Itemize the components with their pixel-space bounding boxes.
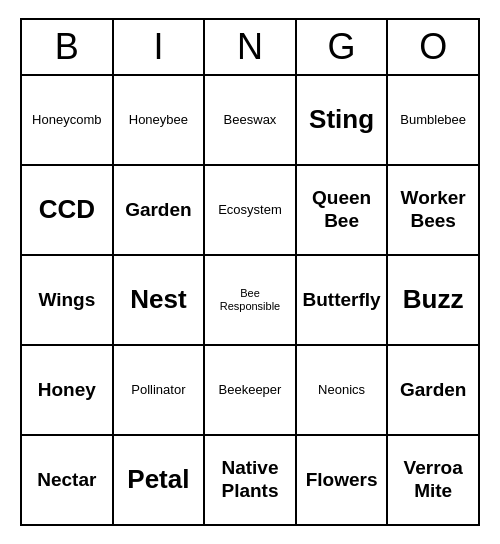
- cell-label: Nectar: [37, 469, 96, 492]
- bingo-row: HoneycombHoneybeeBeeswaxStingBumblebee: [22, 76, 478, 166]
- cell-label: Garden: [125, 199, 192, 222]
- bingo-header-letter: I: [114, 20, 206, 74]
- bingo-cell: Pollinator: [114, 346, 206, 434]
- cell-label: Neonics: [318, 382, 365, 398]
- cell-label: Buzz: [403, 284, 464, 315]
- cell-label: Garden: [400, 379, 467, 402]
- bingo-cell: Ecosystem: [205, 166, 297, 254]
- cell-label: Wings: [38, 289, 95, 312]
- cell-label: Sting: [309, 104, 374, 135]
- cell-label: Pollinator: [131, 382, 185, 398]
- bingo-cell: Bumblebee: [388, 76, 478, 164]
- bingo-header-letter: N: [205, 20, 297, 74]
- cell-label: Worker Bees: [392, 187, 474, 233]
- bingo-cell: Sting: [297, 76, 389, 164]
- bingo-cell: Wings: [22, 256, 114, 344]
- bingo-cell: Honeybee: [114, 76, 206, 164]
- bingo-cell: Nest: [114, 256, 206, 344]
- bingo-header: BINGO: [22, 20, 478, 76]
- cell-label: Ecosystem: [218, 202, 282, 218]
- cell-label: Flowers: [306, 469, 378, 492]
- cell-label: Butterfly: [303, 289, 381, 312]
- bingo-row: CCDGardenEcosystemQueen BeeWorker Bees: [22, 166, 478, 256]
- cell-label: Queen Bee: [301, 187, 383, 233]
- bingo-header-letter: O: [388, 20, 478, 74]
- cell-label: Honeybee: [129, 112, 188, 128]
- bingo-card: BINGO HoneycombHoneybeeBeeswaxStingBumbl…: [20, 18, 480, 526]
- bingo-cell: Worker Bees: [388, 166, 478, 254]
- bingo-row: NectarPetalNative PlantsFlowersVerroa Mi…: [22, 436, 478, 524]
- bingo-cell: Neonics: [297, 346, 389, 434]
- bingo-cell: Honeycomb: [22, 76, 114, 164]
- bingo-cell: Beekeeper: [205, 346, 297, 434]
- bingo-cell: Bee Responsible: [205, 256, 297, 344]
- bingo-cell: Buzz: [388, 256, 478, 344]
- bingo-cell: Garden: [388, 346, 478, 434]
- bingo-cell: Petal: [114, 436, 206, 524]
- bingo-cell: Beeswax: [205, 76, 297, 164]
- cell-label: Bumblebee: [400, 112, 466, 128]
- bingo-cell: Butterfly: [297, 256, 389, 344]
- bingo-cell: Native Plants: [205, 436, 297, 524]
- cell-label: Beekeeper: [219, 382, 282, 398]
- bingo-header-letter: B: [22, 20, 114, 74]
- cell-label: Honey: [38, 379, 96, 402]
- cell-label: CCD: [39, 194, 95, 225]
- cell-label: Nest: [130, 284, 186, 315]
- cell-label: Native Plants: [209, 457, 291, 503]
- bingo-cell: Nectar: [22, 436, 114, 524]
- bingo-row: HoneyPollinatorBeekeeperNeonicsGarden: [22, 346, 478, 436]
- cell-label: Beeswax: [224, 112, 277, 128]
- bingo-header-letter: G: [297, 20, 389, 74]
- bingo-cell: Garden: [114, 166, 206, 254]
- bingo-cell: Queen Bee: [297, 166, 389, 254]
- bingo-grid: HoneycombHoneybeeBeeswaxStingBumblebeeCC…: [22, 76, 478, 524]
- bingo-cell: CCD: [22, 166, 114, 254]
- cell-label: Petal: [127, 464, 189, 495]
- cell-label: Honeycomb: [32, 112, 101, 128]
- bingo-cell: Honey: [22, 346, 114, 434]
- cell-label: Verroa Mite: [392, 457, 474, 503]
- cell-label: Bee Responsible: [209, 287, 291, 313]
- bingo-cell: Verroa Mite: [388, 436, 478, 524]
- bingo-cell: Flowers: [297, 436, 389, 524]
- bingo-row: WingsNestBee ResponsibleButterflyBuzz: [22, 256, 478, 346]
